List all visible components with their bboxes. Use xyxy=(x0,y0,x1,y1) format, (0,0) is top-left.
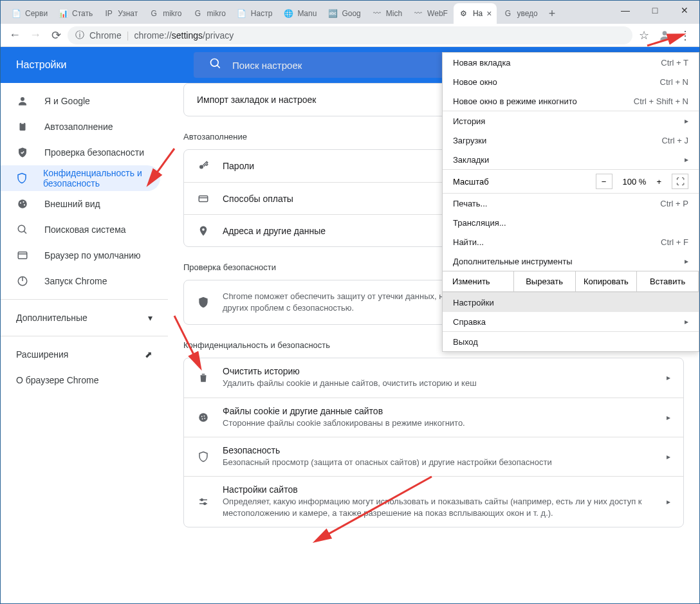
svg-point-0 xyxy=(663,31,667,35)
tab-favicon: 〰 xyxy=(372,8,382,19)
svg-point-28 xyxy=(204,503,206,505)
import-label: Импорт закладок и настроек xyxy=(197,95,316,105)
settings-title: Настройки xyxy=(1,59,194,71)
privacy-row[interactable]: Очистить историюУдалить файлы cookie и д… xyxy=(184,358,683,397)
sidebar-label: Я и Google xyxy=(44,96,90,106)
minimize-button[interactable]: — xyxy=(611,1,640,20)
bookmark-star-icon[interactable]: ☆ xyxy=(635,26,653,44)
tab[interactable]: 〰WebF xyxy=(408,3,453,24)
sidebar-extensions[interactable]: Расширения⬈ xyxy=(1,342,168,367)
tab[interactable]: Gуведо xyxy=(497,3,542,24)
menu-copy[interactable]: Копировать xyxy=(575,271,638,292)
tab[interactable]: 🌐Manu xyxy=(278,3,322,24)
person-icon xyxy=(16,95,29,107)
menu-edit-label: Изменить xyxy=(442,271,514,292)
sidebar-item[interactable]: Проверка безопасности xyxy=(1,140,168,165)
sidebar-item[interactable]: Автозаполнение xyxy=(1,114,168,140)
clipboard-icon xyxy=(16,120,29,133)
row-subtitle: Сторонние файлы cookie заблокированы в р… xyxy=(223,417,654,429)
address-prefix: Chrome xyxy=(89,30,122,41)
tab[interactable]: 📊Стать xyxy=(53,3,98,24)
reload-button[interactable]: ⟳ xyxy=(47,26,65,44)
tab[interactable]: ⚙На× xyxy=(454,3,497,24)
back-button[interactable]: ← xyxy=(6,26,24,44)
menu-paste[interactable]: Вставить xyxy=(636,271,699,292)
card-icon xyxy=(197,193,210,205)
tab-favicon: 🔤 xyxy=(327,8,338,19)
tab-label: Узнат xyxy=(118,9,138,18)
menu-bookmarks[interactable]: Закладки▸ xyxy=(443,150,699,169)
menu-settings[interactable]: Настройки xyxy=(443,293,699,312)
tab[interactable]: Gmikro xyxy=(188,3,231,24)
svg-point-7 xyxy=(20,202,21,203)
sidebar-additional[interactable]: Дополнительные▾ xyxy=(1,305,168,331)
tab-favicon: ⚙ xyxy=(459,8,469,19)
menu-find[interactable]: Найти...Ctrl + F xyxy=(443,232,699,252)
tab-favicon: IP xyxy=(104,8,114,19)
menu-cast[interactable]: Трансляция... xyxy=(443,213,699,232)
menu-new-window[interactable]: Новое окноCtrl + N xyxy=(443,72,699,91)
tab-favicon: 📄 xyxy=(237,8,247,19)
sidebar-item[interactable]: Поисковая система xyxy=(1,217,168,243)
new-tab-button[interactable]: + xyxy=(544,7,561,21)
menu-history[interactable]: История▸ xyxy=(443,111,699,131)
sidebar-item[interactable]: Конфиденциальность и безопасность xyxy=(1,165,160,191)
svg-point-22 xyxy=(204,416,205,417)
tab-strip: 📄Серви📊СтатьIPУзнатGmikroGmikro📄Настр🌐Ma… xyxy=(1,1,699,24)
sidebar-label: Внешний вид xyxy=(44,199,100,209)
menu-new-tab[interactable]: Новая вкладкаCtrl + T xyxy=(443,53,699,72)
tab[interactable]: 🔤Goog xyxy=(322,3,365,24)
tab-label: На xyxy=(473,9,483,18)
sidebar: Я и GoogleАвтозаполнениеПроверка безопас… xyxy=(1,83,168,603)
menu-help[interactable]: Справка▸ xyxy=(443,312,699,331)
tab[interactable]: IPУзнат xyxy=(98,3,143,24)
site-info-icon[interactable]: ⓘ xyxy=(75,30,84,41)
menu-print[interactable]: Печать...Ctrl + P xyxy=(443,194,699,213)
chevron-right-icon: ▸ xyxy=(667,497,670,506)
address-bar[interactable]: ⓘ Chrome | chrome://settings/privacy xyxy=(68,26,632,44)
sidebar-about[interactable]: О браузере Chrome xyxy=(1,367,168,393)
tab-close-icon[interactable]: × xyxy=(486,8,492,19)
zoom-out-button[interactable]: − xyxy=(596,174,612,189)
privacy-row[interactable]: Файлы cookie и другие данные сайтовСторо… xyxy=(184,398,683,437)
sidebar-item[interactable]: Внешний вид xyxy=(1,191,168,217)
svg-point-16 xyxy=(199,165,203,169)
tune-icon xyxy=(197,496,210,508)
tab[interactable]: 📄Серви xyxy=(6,3,52,24)
privacy-row[interactable]: Настройки сайтовОпределяет, какую информ… xyxy=(184,476,683,527)
menu-incognito[interactable]: Новое окно в режиме инкогнитоCtrl + Shif… xyxy=(443,91,699,111)
maximize-button[interactable]: □ xyxy=(640,1,670,20)
search-icon xyxy=(209,57,222,73)
menu-more-tools[interactable]: Дополнительные инструменты▸ xyxy=(443,252,699,271)
privacy-row[interactable]: БезопасностьБезопасный просмотр (защита … xyxy=(184,437,683,476)
close-button[interactable]: ✕ xyxy=(670,1,699,20)
menu-exit[interactable]: Выход xyxy=(443,332,699,351)
trash-icon xyxy=(197,372,210,383)
forward-button[interactable]: → xyxy=(26,26,44,44)
sidebar-item[interactable]: Я и Google xyxy=(1,88,168,114)
tab[interactable]: Gmikro xyxy=(143,3,187,24)
fullscreen-button[interactable]: ⛶ xyxy=(672,174,688,189)
menu-downloads[interactable]: ЗагрузкиCtrl + J xyxy=(443,131,699,150)
tab-favicon: 🌐 xyxy=(283,8,293,19)
tab-favicon: 📊 xyxy=(58,8,68,19)
profile-avatar-icon[interactable] xyxy=(656,26,674,44)
tab[interactable]: 〰Mich xyxy=(367,3,407,24)
row-subtitle: Удалить файлы cookie и данные сайтов, оч… xyxy=(223,378,654,389)
sidebar-item[interactable]: Браузер по умолчанию xyxy=(1,243,168,268)
tab[interactable]: 📄Настр xyxy=(232,3,278,24)
address-url: chrome://settings/privacy xyxy=(134,30,234,41)
tab-label: Goog xyxy=(342,9,360,18)
chrome-menu-icon[interactable]: ⋮ xyxy=(676,26,694,44)
row-title: Настройки сайтов xyxy=(223,484,654,495)
shield-icon xyxy=(16,172,28,185)
tab-label: mikro xyxy=(207,9,226,18)
zoom-in-button[interactable]: + xyxy=(656,177,661,187)
sidebar-label: Автозаполнение xyxy=(44,122,113,132)
row-label: Пароли xyxy=(223,161,254,171)
svg-rect-4 xyxy=(20,123,26,131)
sidebar-item[interactable]: Запуск Chrome xyxy=(1,268,168,294)
chrome-menu: Новая вкладкаCtrl + T Новое окноCtrl + N… xyxy=(442,52,699,352)
menu-cut[interactable]: Вырезать xyxy=(513,271,576,292)
svg-point-9 xyxy=(24,204,25,205)
